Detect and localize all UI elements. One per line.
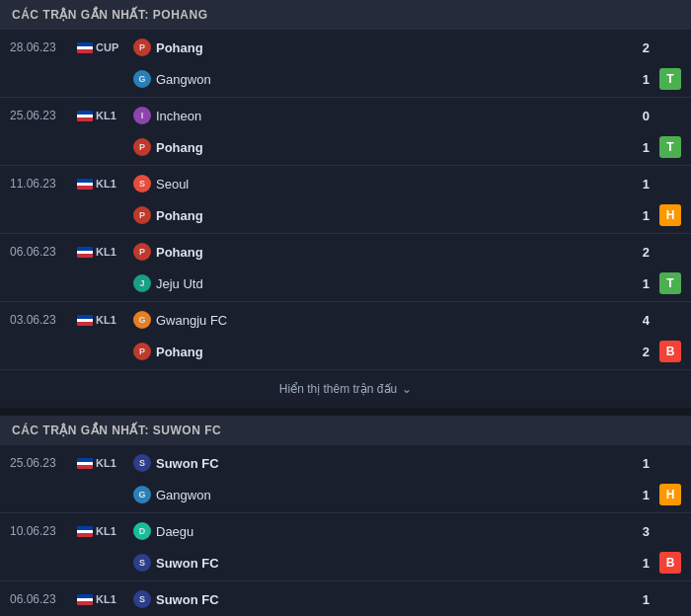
match-score: 1 (635, 177, 659, 192)
team-info: PPohang (133, 138, 635, 156)
match-row: 10.06.23KL1DDaegu3 (0, 513, 691, 547)
team-name: Pohang (156, 245, 203, 260)
competition-label: KL1 (96, 246, 133, 258)
suwon-matches-container: 25.06.23KL1SSuwon FC1GGangwon1H10.06.23K… (0, 445, 691, 616)
match-group: 03.06.23KL1GGwangju FC4PPohang2B (0, 302, 691, 370)
team-info: PPohang (133, 38, 635, 56)
match-row: 11.06.23KL1SSeoul1 (0, 166, 691, 199)
result-badge: T (659, 68, 681, 90)
team-name: Pohang (156, 208, 203, 223)
match-row: JJeju Utd1T (0, 268, 691, 301)
country-flag (74, 42, 96, 53)
match-group: 11.06.23KL1SSeoul1PPohang1H (0, 166, 691, 234)
pohang-section-header: CÁC TRẬN GẦN NHẤT: POHANG (0, 0, 691, 30)
match-score: 1 (635, 592, 659, 607)
country-flag (74, 594, 96, 605)
show-more-button[interactable]: Hiển thị thêm trận đấu ⌄ (0, 370, 691, 408)
team-logo: P (133, 138, 151, 156)
match-score: 1 (635, 276, 659, 291)
team-logo: G (133, 311, 151, 329)
match-score: 1 (635, 488, 659, 502)
match-score: 4 (635, 313, 659, 328)
match-date: 25.06.23 (10, 456, 74, 470)
team-logo: S (133, 175, 151, 192)
team-logo: P (133, 243, 151, 261)
match-date: 06.06.23 (10, 245, 74, 259)
competition-label: KL1 (96, 457, 133, 469)
result-badge: H (659, 484, 681, 505)
team-logo: S (133, 590, 151, 608)
match-score: 1 (635, 140, 659, 155)
show-more-label: Hiển thị thêm trận đấu (279, 382, 397, 396)
chevron-down-icon: ⌄ (402, 382, 412, 396)
competition-label: KL1 (96, 110, 133, 121)
team-name: Jeju Utd (156, 276, 203, 291)
result-badge: B (659, 341, 681, 362)
match-row: 06.06.23KL1PPohang2 (0, 234, 691, 268)
team-info: IIncheon (133, 107, 635, 124)
result-badge: T (659, 272, 681, 294)
competition-label: KL1 (96, 178, 133, 190)
badge-placeholder (659, 520, 681, 542)
match-score: 0 (635, 109, 659, 123)
team-info: SSuwon FC (133, 454, 635, 472)
match-date: 03.06.23 (10, 313, 74, 327)
team-name: Suwon FC (156, 456, 219, 471)
team-logo: J (133, 274, 151, 292)
match-row: 28.06.23CUPPPohang2 (0, 30, 691, 63)
match-row: 25.06.23KL1SSuwon FC1 (0, 445, 691, 479)
match-date: 11.06.23 (10, 177, 74, 191)
team-info: GGangwon (133, 486, 635, 503)
competition-label: KL1 (96, 525, 133, 537)
match-score: 2 (635, 40, 659, 55)
country-flag (74, 111, 96, 121)
badge-placeholder (659, 37, 681, 58)
match-row: SSuwon FC1B (0, 547, 691, 580)
team-info: SSuwon FC (133, 590, 635, 608)
suwon-section: CÁC TRẬN GẦN NHẤT: SUWON FC 25.06.23KL1S… (0, 416, 691, 616)
team-logo: S (133, 554, 151, 572)
country-flag (74, 247, 96, 258)
team-info: PPohang (133, 206, 635, 224)
match-group: 25.06.23KL1IIncheon0PPohang1T (0, 98, 691, 166)
match-date: 06.06.23 (10, 592, 74, 606)
match-row: 03.06.23KL1GGwangju FC4 (0, 302, 691, 336)
match-group: 10.06.23KL1DDaegu3SSuwon FC1B (0, 513, 691, 581)
team-info: PPohang (133, 343, 635, 360)
match-score: 1 (635, 556, 659, 571)
team-logo: G (133, 486, 151, 503)
team-info: GGwangju FC (133, 311, 635, 329)
result-badge: T (659, 136, 681, 158)
team-name: Pohang (156, 345, 203, 359)
team-name: Pohang (156, 140, 203, 155)
match-date: 28.06.23 (10, 40, 74, 54)
team-name: Gangwon (156, 72, 211, 87)
badge-placeholder (659, 173, 681, 194)
pohang-matches-container: 28.06.23CUPPPohang2GGangwon1T25.06.23KL1… (0, 30, 691, 370)
match-row: GGangwon1H (0, 479, 691, 512)
team-logo: I (133, 107, 151, 124)
team-logo: D (133, 522, 151, 540)
team-logo: G (133, 70, 151, 88)
team-name: Suwon FC (156, 592, 219, 607)
country-flag (74, 526, 96, 537)
match-row: PPohang2B (0, 336, 691, 369)
suwon-section-header: CÁC TRẬN GẦN NHẤT: SUWON FC (0, 416, 691, 445)
team-info: JJeju Utd (133, 274, 635, 292)
team-info: GGangwon (133, 70, 635, 88)
team-name: Gangwon (156, 488, 211, 502)
country-flag (74, 179, 96, 190)
badge-placeholder (659, 588, 681, 610)
match-row: PPohang1H (0, 199, 691, 233)
team-name: Seoul (156, 177, 189, 192)
team-info: SSeoul (133, 175, 635, 192)
match-score: 1 (635, 456, 659, 471)
pohang-section: CÁC TRẬN GẦN NHẤT: POHANG 28.06.23CUPPPo… (0, 0, 691, 408)
match-group: 06.06.23KL1PPohang2JJeju Utd1T (0, 234, 691, 302)
match-group: 06.06.23KL1SSuwon FC1UUlsan Hyundai3B (0, 581, 691, 616)
match-score: 3 (635, 524, 659, 539)
match-score: 2 (635, 345, 659, 359)
result-badge: H (659, 204, 681, 226)
competition-label: CUP (96, 41, 133, 53)
match-score: 2 (635, 245, 659, 260)
